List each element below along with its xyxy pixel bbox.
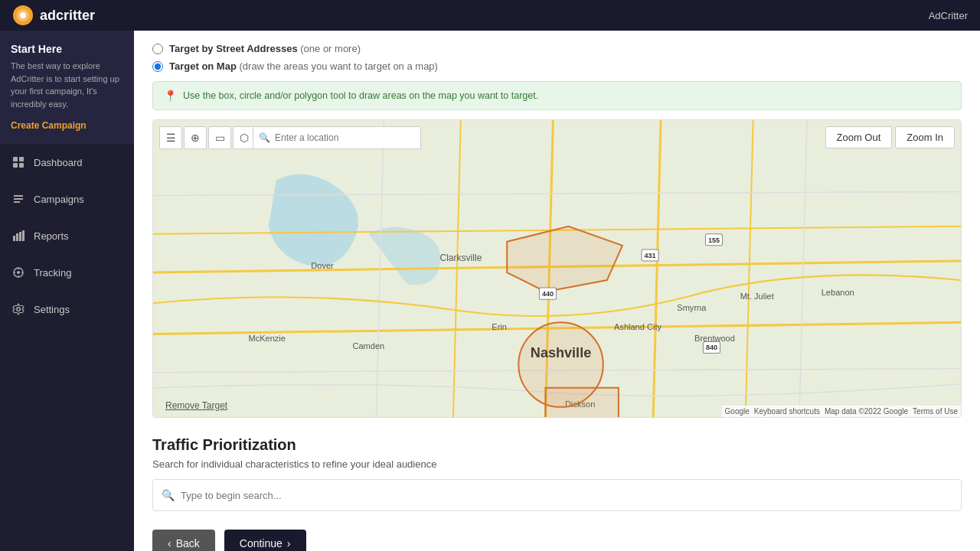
sidebar-dashboard-label: Dashboard — [34, 157, 83, 168]
svg-rect-4 — [19, 157, 24, 161]
svg-text:Lebanon: Lebanon — [822, 288, 854, 297]
svg-rect-9 — [19, 232, 21, 241]
zoom-in-button[interactable]: Zoom In — [895, 126, 955, 148]
map-bg: Nashville Clarksville Dickson Franklin M… — [153, 120, 961, 417]
terms-of-use[interactable]: Terms of Use — [913, 407, 958, 416]
svg-text:440: 440 — [542, 290, 554, 298]
sidebar-settings-label: Settings — [34, 304, 70, 315]
svg-rect-7 — [13, 236, 15, 241]
svg-text:McKenzie: McKenzie — [248, 334, 286, 343]
svg-text:840: 840 — [706, 344, 717, 352]
radio-map-bold: Target on Map — [169, 60, 237, 72]
reports-icon — [11, 228, 26, 243]
sidebar-reports-label: Reports — [34, 230, 69, 242]
map-attribution: Google Keyboard shortcuts Map data ©2022… — [722, 406, 961, 417]
start-here-title: Start Here — [11, 43, 123, 55]
continue-button[interactable]: Continue › — [224, 530, 306, 551]
continue-chevron-icon: › — [287, 537, 291, 549]
start-here-section: Start Here The best way to explore AdCri… — [0, 31, 134, 144]
svg-point-12 — [17, 271, 20, 274]
back-label: Back — [176, 537, 200, 549]
sidebar-item-tracking[interactable]: Tracking — [0, 254, 134, 291]
dashboard-icon — [11, 155, 26, 170]
svg-text:Smyrna: Smyrna — [677, 303, 707, 312]
sidebar-item-campaigns[interactable]: Campaigns — [0, 181, 134, 217]
traffic-title: Traffic Prioritization — [152, 436, 962, 454]
svg-point-2 — [20, 12, 26, 18]
svg-text:Erin: Erin — [492, 322, 507, 331]
campaigns-icon — [11, 191, 26, 207]
radio-map-light: (draw the areas you want to target on a … — [240, 60, 438, 72]
map-search: 🔍 — [253, 126, 421, 149]
traffic-search-input[interactable] — [152, 479, 962, 511]
logo-text: adcritter — [40, 8, 95, 24]
app-body: Start Here The best way to explore AdCri… — [0, 31, 980, 551]
radio-street-option[interactable]: Target by Street Addresses (one or more) — [152, 43, 962, 54]
svg-rect-6 — [19, 163, 24, 168]
map-data-label: Map data ©2022 Google — [825, 407, 908, 416]
svg-rect-8 — [16, 233, 18, 241]
main-content: Target by Street Addresses (one or more)… — [134, 31, 980, 551]
svg-text:431: 431 — [645, 252, 656, 259]
settings-icon — [11, 302, 26, 317]
back-chevron-icon: ‹ — [168, 537, 172, 549]
svg-point-46 — [518, 322, 603, 407]
svg-text:Ashland City: Ashland City — [614, 322, 662, 331]
logo: adcritter — [12, 5, 95, 26]
map-svg: Nashville Clarksville Dickson Franklin M… — [153, 120, 961, 417]
map-search-input[interactable] — [253, 126, 421, 149]
back-button[interactable]: ‹ Back — [152, 530, 215, 551]
radio-map-label: Target on Map (draw the areas you want t… — [169, 60, 438, 72]
google-logo: Google — [725, 407, 750, 416]
radio-street-light: (one or more) — [300, 43, 361, 54]
svg-rect-5 — [13, 163, 18, 168]
targeting-radio-group: Target by Street Addresses (one or more)… — [152, 43, 962, 72]
sidebar-item-reports[interactable]: Reports — [0, 217, 134, 254]
sidebar-campaigns-label: Campaigns — [34, 194, 84, 205]
tracking-icon — [11, 265, 26, 280]
sidebar-item-settings[interactable]: Settings — [0, 291, 134, 328]
sidebar-tracking-label: Tracking — [34, 267, 71, 279]
sidebar-item-dashboard[interactable]: Dashboard — [0, 144, 134, 181]
traffic-search-icon: 🔍 — [162, 489, 175, 501]
map-container: Nashville Clarksville Dickson Franklin M… — [152, 119, 962, 418]
svg-rect-3 — [13, 157, 18, 161]
keyboard-shortcuts[interactable]: Keyboard shortcuts — [754, 407, 820, 416]
continue-label: Continue — [240, 537, 283, 549]
logo-icon — [12, 5, 34, 26]
svg-text:155: 155 — [708, 236, 720, 244]
info-icon: 📍 — [164, 90, 177, 102]
topbar: adcritter AdCritter — [0, 0, 980, 31]
svg-rect-10 — [22, 230, 24, 241]
info-text: Use the box, circle and/or polygon tool … — [183, 90, 538, 101]
start-here-desc: The best way to explore AdCritter is to … — [11, 60, 123, 110]
svg-text:Camden: Camden — [352, 342, 384, 351]
zoom-out-button[interactable]: Zoom Out — [825, 126, 893, 148]
radio-street-label: Target by Street Addresses (one or more) — [169, 43, 361, 54]
svg-text:Dover: Dover — [311, 261, 334, 270]
map-tool-circle[interactable]: ⊕ — [184, 126, 207, 149]
traffic-search: 🔍 — [152, 479, 962, 511]
create-campaign-link[interactable]: Create Campaign — [11, 120, 87, 131]
bottom-actions: ‹ Back Continue › — [152, 530, 962, 551]
info-box: 📍 Use the box, circle and/or polygon too… — [152, 81, 962, 110]
traffic-section: Traffic Prioritization Search for indivi… — [152, 436, 962, 511]
sidebar-nav: Dashboard Campaigns Reports Tracking — [0, 144, 134, 328]
remove-target-link[interactable]: Remove Target — [165, 400, 227, 411]
traffic-subtitle: Search for individual characteristics to… — [152, 458, 962, 470]
map-zoom-controls: Zoom Out Zoom In — [825, 126, 955, 148]
radio-map-option[interactable]: Target on Map (draw the areas you want t… — [152, 60, 962, 72]
map-tool-menu[interactable]: ☰ — [159, 126, 182, 149]
radio-map-input[interactable] — [152, 61, 163, 72]
radio-street-input[interactable] — [152, 44, 163, 54]
topbar-user: AdCritter — [929, 10, 968, 21]
map-toolbar: ☰ ⊕ ▭ ⬡ — [159, 126, 256, 149]
svg-text:Mt. Juliet: Mt. Juliet — [740, 292, 774, 301]
map-tool-rectangle[interactable]: ▭ — [208, 126, 231, 149]
map-search-icon: 🔍 — [259, 132, 270, 143]
content-inner: Target by Street Addresses (one or more)… — [134, 31, 980, 551]
radio-street-bold: Target by Street Addresses — [169, 43, 298, 54]
sidebar: Start Here The best way to explore AdCri… — [0, 31, 134, 551]
svg-text:Clarksville: Clarksville — [439, 253, 482, 263]
